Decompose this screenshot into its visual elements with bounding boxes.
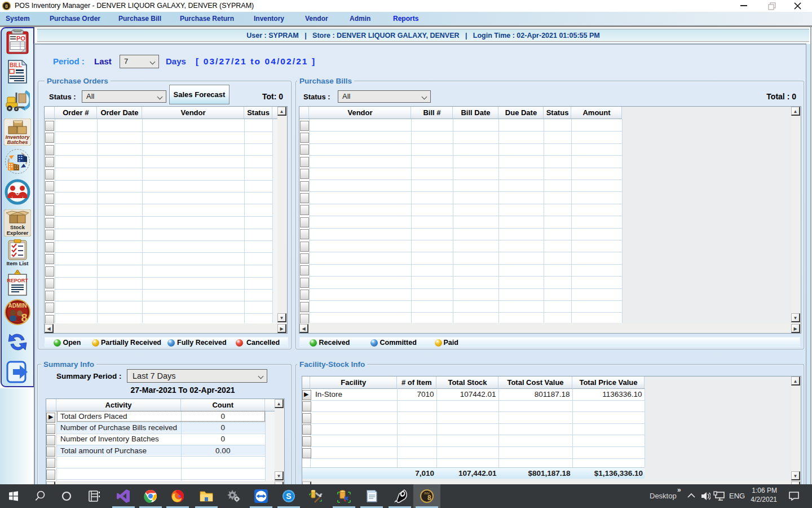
svg-text:BILL: BILL (10, 62, 22, 68)
svg-text:PO: PO (16, 35, 25, 42)
svg-text:8: 8 (21, 312, 27, 324)
svg-text:Explorer: Explorer (7, 230, 29, 236)
svg-text:S: S (286, 492, 291, 501)
svg-text:REPORT: REPORT (7, 278, 28, 283)
svg-text:Item List: Item List (6, 260, 29, 266)
svg-text:Batches: Batches (7, 139, 28, 145)
svg-text:ADMIN: ADMIN (8, 303, 27, 309)
svg-text:8: 8 (5, 3, 8, 9)
svg-text:8: 8 (427, 494, 431, 502)
